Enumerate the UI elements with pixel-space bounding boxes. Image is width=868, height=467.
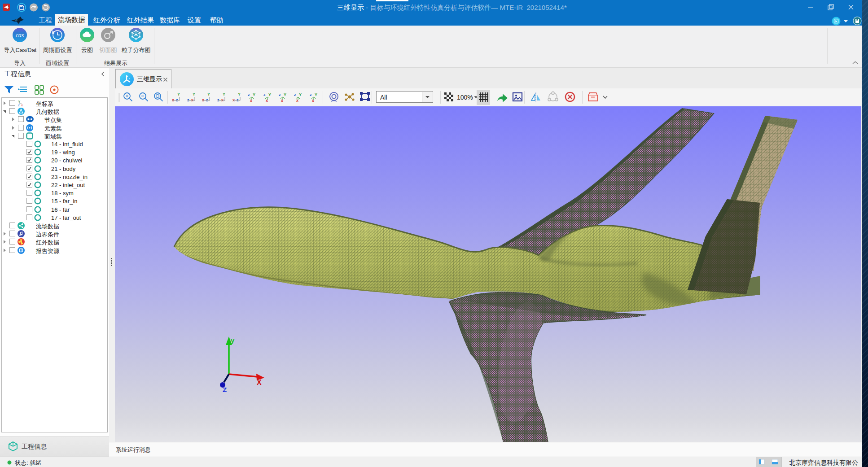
svg-text:z: z — [279, 92, 281, 97]
svg-text:x: x — [172, 98, 174, 102]
svg-text:X: X — [257, 379, 262, 386]
svg-text:Y: Y — [223, 92, 225, 96]
svg-text:Y: Y — [299, 92, 302, 97]
svg-text:x: x — [191, 98, 193, 102]
svg-text:Y: Y — [284, 92, 286, 97]
svg-text:x: x — [232, 98, 235, 102]
svg-text:z: z — [176, 98, 178, 102]
svg-text:Y: Y — [268, 92, 271, 97]
svg-text:z: z — [310, 92, 312, 97]
svg-text:z: z — [237, 98, 239, 102]
svg-text:z: z — [248, 92, 250, 97]
svg-text:Y: Y — [238, 92, 241, 96]
svg-text:z: z — [187, 98, 189, 102]
svg-text:x: x — [202, 98, 204, 102]
svg-text:Y: Y — [315, 92, 317, 97]
svg-text:Y: Y — [193, 92, 195, 96]
svg-text:Y: Y — [207, 92, 210, 96]
svg-text:z: z — [263, 92, 266, 97]
svg-text:Y: Y — [177, 92, 180, 96]
svg-text:z: z — [206, 98, 208, 102]
svg-text:y: y — [231, 336, 235, 344]
svg-text:z: z — [18, 103, 20, 107]
svg-text:Z: Z — [223, 386, 227, 393]
svg-text:x: x — [221, 98, 224, 102]
svg-text:z: z — [294, 92, 296, 97]
svg-text:cas: cas — [16, 32, 24, 39]
svg-text:z: z — [217, 98, 219, 102]
svg-text:x: x — [21, 103, 23, 107]
svg-text:Y: Y — [253, 92, 255, 97]
